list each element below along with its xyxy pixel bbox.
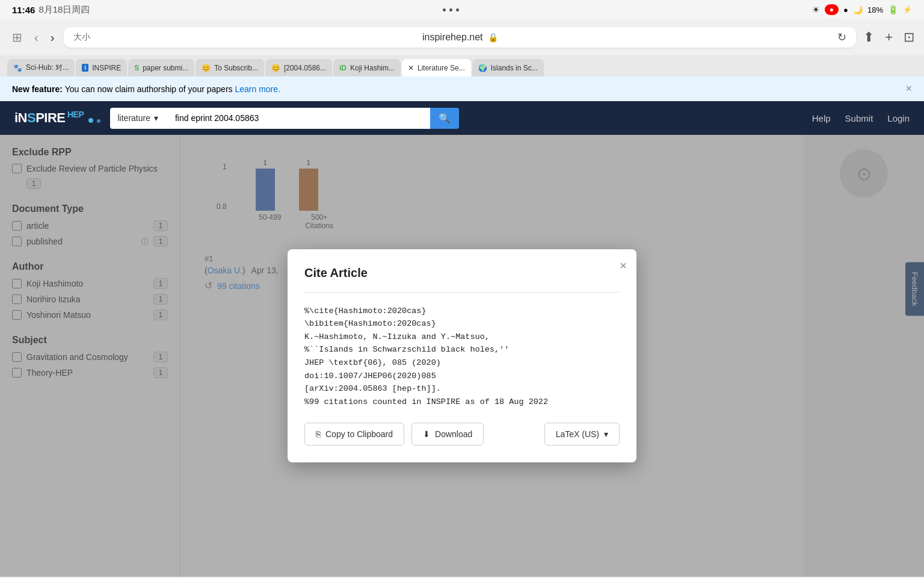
brightness-icon: ☀ bbox=[812, 5, 820, 14]
cite-article-modal: Cite Article × %\cite{Hashimoto:2020cas}… bbox=[288, 249, 636, 463]
tab-koji[interactable]: iD Koji Hashim... bbox=[333, 59, 401, 76]
inspire-logo: iNSPIRE HEP bbox=[14, 110, 100, 126]
status-time: 11:46 bbox=[12, 5, 35, 15]
tab-islands-label: Islands in Sc... bbox=[491, 64, 538, 72]
tabs-overview-button[interactable]: ⊡ bbox=[904, 30, 914, 45]
back-button[interactable]: ‹ bbox=[32, 28, 41, 47]
format-label: LaTeX (US) bbox=[556, 429, 599, 439]
tab-inspire-label: INSPIRE bbox=[92, 64, 121, 72]
share-button[interactable]: ⬆ bbox=[863, 30, 874, 45]
dot-1 bbox=[443, 8, 446, 11]
status-date: 8月18日周四 bbox=[38, 4, 90, 16]
search-icon: 🔍 bbox=[439, 113, 451, 123]
tab-arxiv-label: [2004.0586... bbox=[284, 64, 326, 72]
feature-banner: New feature: You can now claim authorshi… bbox=[0, 76, 924, 101]
inspire-navbar: iNSPIRE HEP literature ▾ 🔍 Help Submit L… bbox=[0, 101, 924, 135]
login-link[interactable]: Login bbox=[887, 113, 910, 123]
modal-title: Cite Article bbox=[304, 266, 620, 280]
tab-scihub-label: Sci-Hub: 对... bbox=[26, 63, 69, 73]
download-label: Download bbox=[435, 429, 472, 439]
modal-divider bbox=[304, 292, 620, 293]
battery-percent: 18% bbox=[867, 5, 883, 14]
tab-paper-label: paper submi... bbox=[143, 64, 188, 72]
main-nav: Help Submit Login bbox=[812, 113, 910, 123]
tab-arxiv[interactable]: 😊 [2004.0586... bbox=[265, 59, 332, 76]
tab-islands-icon: 🌍 bbox=[478, 64, 487, 72]
address-bar[interactable]: 大小 inspirehep.net 🔒 ↻ bbox=[64, 27, 856, 48]
tab-subscribe[interactable]: 😊 To Subscrib... bbox=[196, 59, 264, 76]
download-button[interactable]: ⬇ Download bbox=[411, 423, 484, 446]
status-bar: 11:46 8月18日周四 ☀ ● ● 🌙 18% 🔋 ⚡ bbox=[0, 0, 924, 19]
copy-to-clipboard-button[interactable]: ⎘ Copy to Clipboard bbox=[304, 423, 404, 446]
font-size-label: 大小 bbox=[73, 32, 90, 43]
tab-paper-submi[interactable]: S paper submi... bbox=[128, 59, 194, 76]
dot-2 bbox=[449, 8, 452, 11]
copy-icon: ⎘ bbox=[316, 429, 321, 439]
cite-text-block: %\cite{Hashimoto:2020cas} \bibitem{Hashi… bbox=[304, 305, 620, 409]
feature-banner-close-button[interactable]: × bbox=[905, 82, 912, 95]
tab-islands[interactable]: 🌍 Islands in Sc... bbox=[472, 59, 544, 76]
format-selector-button[interactable]: LaTeX (US) ▾ bbox=[544, 423, 620, 446]
url-display: inspirehep.net bbox=[422, 32, 483, 43]
chevron-down-icon: ▾ bbox=[154, 113, 158, 123]
content-area: Exclude RPP Exclude Review of Particle P… bbox=[0, 135, 924, 577]
search-input[interactable] bbox=[165, 108, 431, 129]
browser-actions: ⬆ + ⊡ bbox=[863, 30, 914, 45]
tab-literature-icon: ✕ bbox=[408, 64, 414, 72]
tab-koji-icon: iD bbox=[339, 64, 346, 72]
dot-3 bbox=[456, 8, 459, 11]
help-link[interactable]: Help bbox=[812, 113, 831, 123]
charging-icon: ⚡ bbox=[903, 5, 912, 14]
tab-subscribe-icon: 😊 bbox=[202, 64, 211, 72]
sidebar-toggle-button[interactable]: ⊞ bbox=[10, 28, 25, 47]
moon-icon: 🌙 bbox=[853, 5, 863, 14]
search-container: literature ▾ 🔍 bbox=[110, 108, 459, 129]
search-type-label: literature bbox=[117, 113, 150, 123]
forward-button[interactable]: › bbox=[48, 28, 57, 47]
feature-banner-title: New feature: bbox=[12, 84, 63, 94]
tab-inspire[interactable]: i INSPIRE bbox=[76, 59, 127, 76]
search-type-dropdown[interactable]: literature ▾ bbox=[110, 108, 165, 129]
tab-scihub-icon: 🐾 bbox=[13, 64, 22, 72]
feature-banner-text: New feature: You can now claim authorshi… bbox=[12, 84, 280, 94]
modal-actions: ⎘ Copy to Clipboard ⬇ Download LaTeX (US… bbox=[304, 423, 620, 446]
tab-literature-label: Literature Se... bbox=[417, 64, 465, 72]
tab-literature[interactable]: ✕ Literature Se... bbox=[402, 59, 471, 76]
download-icon: ⬇ bbox=[423, 429, 430, 439]
feature-banner-description: You can now claim authorship of your pap… bbox=[65, 84, 235, 94]
tab-arxiv-icon: 😊 bbox=[271, 64, 280, 72]
wifi-icon: ● bbox=[843, 5, 848, 14]
record-button[interactable]: ● bbox=[825, 4, 839, 15]
modal-overlay[interactable]: Cite Article × %\cite{Hashimoto:2020cas}… bbox=[0, 135, 924, 577]
lock-icon: 🔒 bbox=[488, 33, 498, 42]
status-center-dots bbox=[443, 8, 459, 11]
feature-banner-link[interactable]: Learn more. bbox=[235, 84, 280, 94]
battery-icon: 🔋 bbox=[888, 5, 898, 14]
submit-link[interactable]: Submit bbox=[845, 113, 873, 123]
modal-close-button[interactable]: × bbox=[620, 259, 627, 273]
chevron-down-icon: ▾ bbox=[604, 429, 608, 439]
search-button[interactable]: 🔍 bbox=[430, 108, 459, 129]
tab-paper-icon: S bbox=[134, 64, 139, 72]
browser-chrome: ⊞ ‹ › 大小 inspirehep.net 🔒 ↻ ⬆ + ⊡ bbox=[0, 19, 924, 55]
tab-inspire-icon: i bbox=[82, 64, 88, 72]
reload-button[interactable]: ↻ bbox=[837, 31, 846, 44]
tab-koji-label: Koji Hashim... bbox=[350, 64, 395, 72]
copy-label: Copy to Clipboard bbox=[325, 429, 393, 439]
tabs-bar: 🐾 Sci-Hub: 对... i INSPIRE S paper submi.… bbox=[0, 55, 924, 76]
status-right: ☀ ● ● 🌙 18% 🔋 ⚡ bbox=[812, 4, 912, 15]
new-tab-button[interactable]: + bbox=[885, 30, 893, 45]
tab-subscribe-label: To Subscrib... bbox=[214, 64, 258, 72]
tab-scihub[interactable]: 🐾 Sci-Hub: 对... bbox=[7, 59, 75, 76]
